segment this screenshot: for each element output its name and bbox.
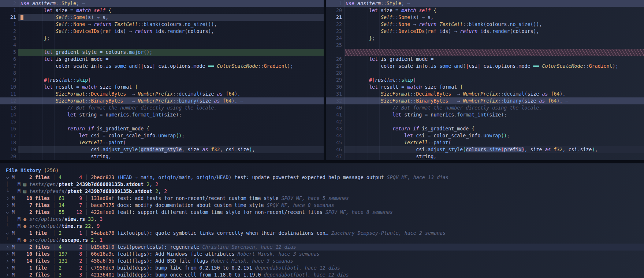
code-line[interactable]: 29 #[rustfmt::skip] [326, 77, 644, 84]
code-line[interactable]: 44 let csi = color_scale_info.unwrap(); [326, 132, 644, 139]
code-line[interactable]: 10 let result = match size_format { [0, 84, 324, 90]
code-line[interactable]: 25 [326, 42, 644, 49]
code-line[interactable]: 31 SizeFormat::DecimalBytes ⇒ NumberPref… [326, 90, 644, 97]
line-number: 30 [326, 84, 342, 90]
code-line[interactable]: 15 [0, 118, 324, 125]
code-line[interactable]: 13 // But format the number directly usi… [0, 104, 324, 111]
changed-file-row[interactable]: │ M ● src/options/view.rs 33, 3 [0, 216, 644, 223]
line-number: 47 [326, 153, 342, 160]
code-text: let gradient_style = colours.major(); [21, 49, 152, 56]
code-line[interactable]: 26 let is_gradient_mode = [326, 56, 644, 63]
code-line[interactable]: 41 let string = numerics.format_int(size… [326, 111, 644, 118]
commit-row[interactable]: M 2 files │ 55 12 │ 422efee0 feat!: supp… [0, 209, 644, 216]
right-pane[interactable]: 1use ansiterm::Style; ⋯20 let size = mat… [326, 0, 644, 160]
commit-row[interactable]: M 2 files │ 4 4 │ 2bedc823 (HEAD → main,… [0, 174, 644, 181]
code-text: #[rustfmt::skip] [346, 77, 416, 84]
line-number: 24 [326, 35, 342, 42]
code-line[interactable]: 4 [0, 42, 324, 49]
line-number: 13 [0, 104, 16, 111]
line-number: 7 [0, 63, 16, 70]
commit-row[interactable]: M 2 files │ 4 2 │ b19d61f0 test(powertes… [0, 244, 644, 251]
diff-delete-hatch [345, 49, 644, 56]
code-line[interactable]: 47 string, [326, 153, 644, 160]
code-line[interactable]: 16 return if is_gradient_mode { [0, 125, 324, 132]
line-number: 9 [0, 77, 16, 84]
chevron-down-icon[interactable] [6, 230, 9, 237]
commit-row[interactable]: M 7 files │ 14 7 │ baca7175 docs: modify… [0, 202, 644, 209]
code-line[interactable]: 2 Self::DeviceIDs(ref ids) ⇒ return ids.… [0, 28, 324, 35]
code-line[interactable]: 30 let result = match size_format { [326, 84, 644, 90]
code-text: let is_gradient_mode = [346, 56, 433, 63]
code-line[interactable]: 27 color_scale_info.is_some_and(|csi| cs… [326, 63, 644, 70]
chevron-right-icon[interactable] [6, 264, 9, 271]
code-line[interactable]: 2use ansiterm::Style; ⋯ [0, 0, 324, 7]
code-line[interactable]: 1 Self::None ⇒ return TextCell::blank(co… [0, 21, 324, 28]
code-line[interactable]: 18 TextCell::paint( [0, 139, 324, 146]
changed-file-row[interactable]: └ M ● src/output/escape.rs 2, 1 [0, 237, 644, 244]
code-line[interactable]: 40 // But format the number directly usi… [326, 104, 644, 111]
code-line[interactable]: 28 [326, 70, 644, 77]
code-line[interactable]: 6 let is_gradient_mode = [0, 56, 324, 63]
code-line[interactable]: 24 }; [326, 35, 644, 42]
line-number: 45 [326, 139, 342, 146]
code-text: let csi = color_scale_info.unwrap(); [346, 132, 510, 139]
code-line[interactable]: 3 }; [0, 35, 324, 42]
line-number: 14 [0, 111, 16, 118]
chevron-right-icon[interactable] [6, 251, 9, 257]
code-text: let is_gradient_mode = [21, 56, 108, 63]
code-line[interactable]: 23 Self::DeviceIDs(ref ids) ⇒ return ids… [326, 28, 644, 35]
code-line[interactable]: 22 Self::None ⇒ return TextCell::blank(c… [326, 21, 644, 28]
code-text: }; [346, 35, 375, 42]
code-line[interactable]: 1use ansiterm::Style; ⋯ [326, 0, 644, 7]
code-line[interactable]: 42 [326, 118, 644, 125]
commit-row[interactable]: M 14 files │ 131 2 │ 458a6f5b feat(flags… [0, 257, 644, 264]
line-number: 20 [0, 153, 16, 160]
chevron-right-icon[interactable] [6, 244, 9, 251]
commit-row[interactable]: M 1 file │ 2 1 │ 54abab78 fix(output): q… [0, 230, 644, 237]
code-line[interactable]: 20 let size = match self { [326, 7, 644, 14]
chevron-down-icon[interactable] [6, 174, 9, 181]
code-line[interactable]: 7 color_scale_info.is_some_and(|csi| csi… [0, 63, 324, 70]
code-line[interactable]: 12 SizeFormat::BinaryBytes ⇒ NumberPrefi… [0, 97, 324, 104]
changed-file-row[interactable]: └ M ▤ tests/ptests/ptest_2439b7d68089135… [0, 188, 644, 195]
commit-row[interactable]: M 18 files │ 63 9 │ 131ad8af test: add t… [0, 195, 644, 202]
code-line[interactable]: 1 let size = match self { [0, 7, 324, 14]
chevron-down-icon[interactable] [6, 209, 9, 216]
code-line[interactable]: 8 [0, 70, 324, 77]
code-text: Self::None ⇒ return TextCell::blank(colo… [21, 21, 217, 28]
file-history-panel: File History (256) M 2 files │ 4 4 │ 2be… [0, 163, 644, 278]
code-line[interactable]: 20 string, [0, 153, 324, 160]
code-line[interactable]: 9 #[rustfmt::skip] [0, 77, 324, 84]
code-line[interactable]: 45 TextCell::paint( [326, 139, 644, 146]
line-number: 8 [0, 70, 16, 77]
code-line[interactable]: 17 let csi = color_scale_info.unwrap(); [0, 132, 324, 139]
code-line[interactable]: 43 return if is_gradient_mode { [326, 125, 644, 132]
code-line[interactable]: 21 Self::Some(s) ⇒ s, [0, 14, 324, 21]
left-pane[interactable]: 2use ansiterm::Style; ⋯1 let size = matc… [0, 0, 324, 160]
text-cursor [21, 15, 23, 20]
changed-file-row[interactable]: └ M ● src/output/time.rs 22, 9 [0, 223, 644, 230]
file-icon: ▤ [23, 189, 29, 194]
code-line[interactable]: 32 SizeFormat::BinaryBytes ⇒ NumberPrefi… [326, 97, 644, 104]
code-line[interactable]: 14 let string = numerics.format_int(size… [0, 111, 324, 118]
code-line[interactable]: 46 csi.adjust_style(colours.size(prefix)… [326, 146, 644, 153]
code-line[interactable]: 11 SizeFormat::DecimalBytes ⇒ NumberPref… [0, 90, 324, 97]
chevron-right-icon[interactable] [6, 202, 9, 209]
chevron-right-icon[interactable] [6, 195, 9, 202]
chevron-right-icon[interactable] [6, 257, 9, 264]
code-line[interactable]: 5 let gradient_style = colours.major(); [0, 49, 324, 56]
deleted-filler-line[interactable] [326, 49, 644, 56]
commit-row[interactable]: M 10 files │ 197 8 │ 66d16a9c feat(flags… [0, 251, 644, 257]
line-number: 17 [0, 132, 16, 139]
line-number: 1 [326, 0, 342, 7]
code-text: let size = match self { [346, 7, 436, 14]
chevron-right-icon[interactable] [6, 271, 9, 278]
code-line[interactable]: 19 csi.adjust_style(gradient_style, size… [0, 146, 324, 153]
line-number: 40 [326, 104, 342, 111]
changed-file-row[interactable]: │ M ▤ tests/gen/ptest_2439b7d68089135b.s… [0, 181, 644, 188]
commit-row[interactable]: M 1 file │ 2 2 │ c7950dc9 build(deps): b… [0, 264, 644, 271]
code-text: TextCell::paint( [21, 139, 126, 146]
commit-row[interactable]: M 2 files │ 3 3 │ 42136401 build(deps): … [0, 271, 644, 278]
code-line[interactable]: 21 Self::Some(s) ⇒ s, [326, 14, 644, 21]
line-number: 12 [0, 97, 16, 104]
